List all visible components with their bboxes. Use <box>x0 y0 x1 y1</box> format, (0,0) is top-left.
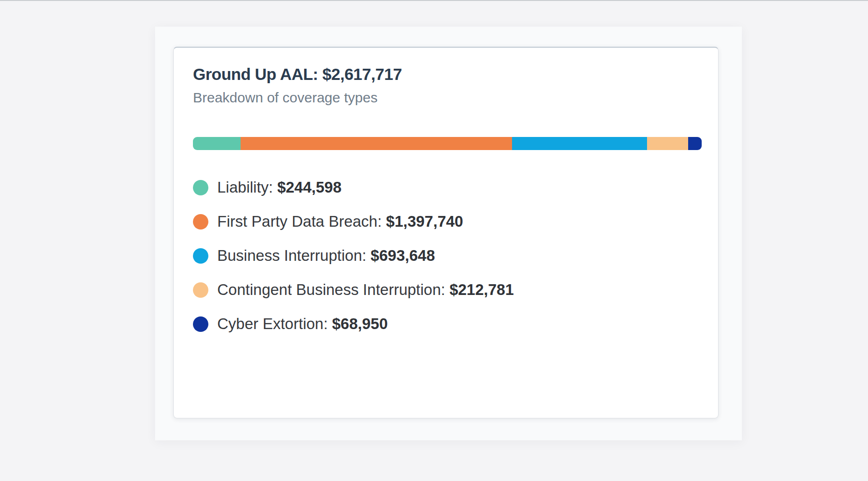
bar-segment-first-party-data-breach[interactable] <box>241 137 512 150</box>
card-subtitle: Breakdown of coverage types <box>193 88 702 107</box>
legend-value: $68,950 <box>332 315 388 332</box>
legend-label: Liability: $244,598 <box>217 177 342 198</box>
aal-breakdown-card: Ground Up AAL: $2,617,717 Breakdown of c… <box>173 47 719 418</box>
content-panel: Ground Up AAL: $2,617,717 Breakdown of c… <box>155 27 742 440</box>
coverage-stacked-bar <box>193 137 702 150</box>
legend-dot-icon <box>193 282 208 298</box>
legend-label: First Party Data Breach: $1,397,740 <box>217 211 463 232</box>
bar-segment-contingent-business-interruption[interactable] <box>647 137 689 150</box>
legend-item-contingent-business-interruption: Contingent Business Interruption: $212,7… <box>193 280 702 300</box>
legend-dot-icon <box>193 248 208 264</box>
window-top-edge <box>0 0 868 1</box>
bar-segment-business-interruption[interactable] <box>512 137 647 150</box>
legend-value: $1,397,740 <box>386 213 463 230</box>
legend-label: Business Interruption: $693,648 <box>217 245 435 266</box>
legend-dot-icon <box>193 180 208 195</box>
legend-label: Contingent Business Interruption: $212,7… <box>217 280 514 300</box>
legend-item-cyber-extortion: Cyber Extortion: $68,950 <box>193 314 702 334</box>
legend-value: $212,781 <box>449 281 514 298</box>
bar-segment-liability[interactable] <box>193 137 241 150</box>
legend-value: $244,598 <box>277 179 342 196</box>
legend-label: Cyber Extortion: $68,950 <box>217 314 388 334</box>
legend-dot-icon <box>193 316 208 332</box>
legend-dot-icon <box>193 214 208 230</box>
legend-item-business-interruption: Business Interruption: $693,648 <box>193 245 702 266</box>
coverage-legend: Liability: $244,598First Party Data Brea… <box>193 177 702 334</box>
legend-item-liability: Liability: $244,598 <box>193 177 702 198</box>
bar-segment-cyber-extortion[interactable] <box>688 137 702 150</box>
card-title: Ground Up AAL: $2,617,717 <box>193 64 702 85</box>
legend-item-first-party-data-breach: First Party Data Breach: $1,397,740 <box>193 211 702 232</box>
legend-value: $693,648 <box>370 247 435 264</box>
